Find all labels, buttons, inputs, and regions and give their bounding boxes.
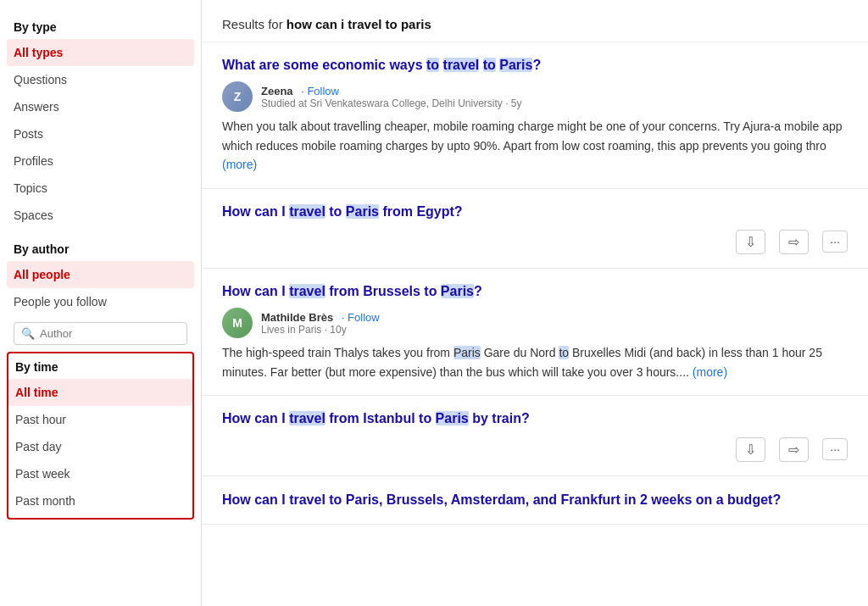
share-button[interactable]: ⇨ bbox=[779, 230, 809, 254]
sidebar-type-item[interactable]: Posts bbox=[0, 120, 201, 147]
result-card: What are some economic ways to travel to… bbox=[202, 42, 868, 189]
results-query: how can i travel to paris bbox=[287, 17, 431, 31]
sidebar-type-item[interactable]: Answers bbox=[0, 93, 201, 120]
avatar: Z bbox=[222, 81, 253, 112]
sidebar-type-item[interactable]: Spaces bbox=[0, 202, 201, 229]
sidebar-time-item[interactable]: Past week bbox=[8, 460, 192, 487]
avatar: M bbox=[222, 308, 253, 338]
follow-link[interactable]: · Follow bbox=[298, 85, 339, 97]
sidebar-type-item[interactable]: Questions bbox=[0, 66, 201, 93]
result-card: How can I travel from Brussels to Paris?… bbox=[202, 269, 868, 396]
sidebar: By type All typesQuestionsAnswersPostsPr… bbox=[0, 0, 202, 606]
by-author-label: By author bbox=[0, 236, 201, 261]
author-meta: Lives in Paris · 10y bbox=[261, 324, 380, 336]
author-name: Zeena bbox=[261, 85, 293, 97]
sidebar-author-item[interactable]: All people bbox=[7, 261, 194, 288]
result-actions: ⇩⇨··· bbox=[222, 230, 848, 254]
author-info: Mathilde Brès · FollowLives in Paris · 1… bbox=[261, 310, 380, 336]
more-options-button[interactable]: ··· bbox=[822, 231, 848, 253]
downvote-button[interactable]: ⇩ bbox=[736, 230, 765, 254]
more-link[interactable]: (more) bbox=[689, 365, 727, 379]
result-actions: ⇩⇨··· bbox=[222, 437, 848, 462]
result-title[interactable]: How can I travel from Istanbul to Paris … bbox=[222, 409, 848, 428]
result-body: The high-speed train Thalys takes you fr… bbox=[222, 343, 848, 381]
result-title[interactable]: What are some economic ways to travel to… bbox=[222, 56, 848, 75]
share-button[interactable]: ⇨ bbox=[779, 437, 809, 462]
result-card: How can I travel to Paris, Brussels, Ams… bbox=[202, 476, 868, 525]
result-card: How can I travel to Paris from Egypt?⇩⇨·… bbox=[202, 189, 868, 269]
downvote-button[interactable]: ⇩ bbox=[736, 437, 765, 462]
result-body: When you talk about travelling cheaper, … bbox=[222, 117, 848, 174]
sidebar-time-item[interactable]: All time bbox=[8, 379, 192, 406]
sidebar-time-item[interactable]: Past hour bbox=[8, 406, 192, 433]
by-time-label: By time bbox=[8, 360, 192, 379]
sidebar-type-item[interactable]: All types bbox=[7, 39, 194, 66]
more-options-button[interactable]: ··· bbox=[822, 438, 848, 460]
main-content: Results for how can i travel to paris Wh… bbox=[202, 0, 868, 606]
results-header: Results for how can i travel to paris bbox=[202, 0, 868, 42]
result-title[interactable]: How can I travel to Paris, Brussels, Ams… bbox=[222, 490, 848, 510]
by-type-label: By type bbox=[0, 14, 201, 39]
author-input[interactable] bbox=[40, 327, 180, 340]
sidebar-type-item[interactable]: Topics bbox=[0, 175, 201, 202]
results-prefix: Results for bbox=[222, 17, 287, 31]
search-icon: 🔍 bbox=[21, 327, 35, 340]
result-title[interactable]: How can I travel to Paris from Egypt? bbox=[222, 203, 848, 221]
author-row: MMathilde Brès · FollowLives in Paris · … bbox=[222, 308, 848, 338]
author-info: Zeena · FollowStudied at Sri Venkateswar… bbox=[261, 84, 521, 109]
result-title[interactable]: How can I travel from Brussels to Paris? bbox=[222, 282, 848, 301]
sidebar-time-item[interactable]: Past day bbox=[8, 433, 192, 460]
sidebar-type-item[interactable]: Profiles bbox=[0, 147, 201, 175]
author-row: ZZeena · FollowStudied at Sri Venkateswa… bbox=[222, 81, 848, 112]
by-time-box: By time All timePast hourPast dayPast we… bbox=[7, 352, 194, 520]
author-name: Mathilde Brès bbox=[261, 311, 333, 324]
sidebar-author-item[interactable]: People you follow bbox=[0, 288, 201, 315]
author-search-wrapper: 🔍 bbox=[14, 322, 187, 345]
result-card: How can I travel from Istanbul to Paris … bbox=[202, 396, 868, 475]
author-meta: Studied at Sri Venkateswara College, Del… bbox=[261, 97, 521, 109]
follow-link[interactable]: · Follow bbox=[338, 311, 379, 324]
sidebar-time-item[interactable]: Past month bbox=[8, 487, 192, 514]
more-link[interactable]: (more) bbox=[222, 158, 257, 171]
